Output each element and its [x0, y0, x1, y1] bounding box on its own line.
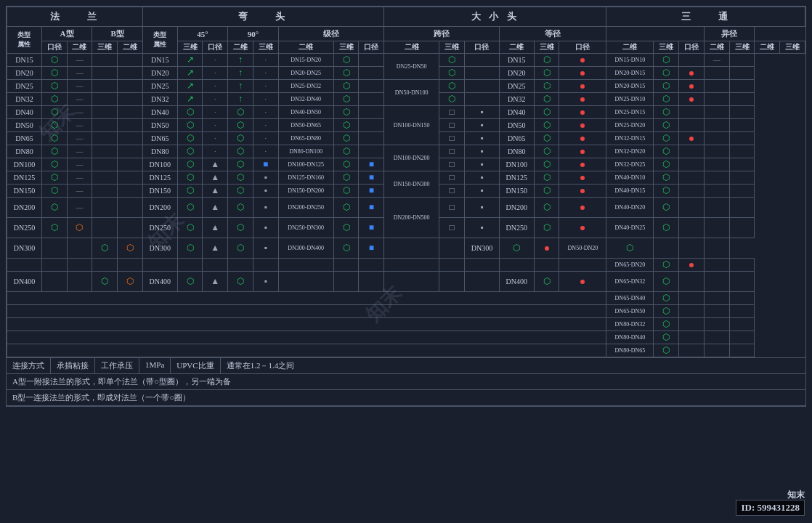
dn32-dn20-2d2	[704, 145, 729, 158]
dn40-dn25-2d: ⬡	[654, 218, 679, 238]
dn65-jijing-2d: ⬡	[333, 132, 359, 145]
row-dn125: DN125 ⬡ — DN125 ⬡ ▲ ⬡ ▪ DN125-DN160 ⬡ ■ …	[7, 171, 805, 185]
dn200-b-3d	[118, 198, 143, 218]
dn200-jijing-3d: ■	[359, 198, 384, 218]
dn65-b-2d	[92, 132, 118, 145]
dn80-b-2d	[92, 145, 118, 158]
k8-2d: □	[439, 145, 465, 158]
dn125-b-3d	[118, 171, 143, 185]
dn125-w-label: DN125	[142, 171, 177, 185]
dn65-b-3d	[118, 132, 143, 145]
dn32-d-3d	[559, 93, 606, 106]
dn20-jijing-2d: ⬡	[333, 67, 359, 80]
dn32-90-2d: ↑	[228, 93, 253, 106]
dn400-d-2d: ⬡	[534, 272, 559, 292]
dn20-45-3d: ·	[203, 67, 228, 80]
dn25-dn10-3d	[679, 93, 705, 106]
material-label: UPVC比重	[171, 358, 220, 373]
dn80-dn32-2d2	[704, 318, 729, 331]
dn25-jijing-3d	[359, 80, 384, 93]
dn25-a-3d: —	[67, 80, 92, 93]
dn65-jijing-3d	[359, 132, 384, 145]
empty6	[142, 259, 177, 272]
dn100-d-2d: ⬡	[534, 158, 559, 171]
dn50-a-2d: ⬡	[41, 119, 67, 132]
id-badge: ID: 599431228	[736, 500, 805, 516]
dn80-dn40-2d2	[704, 331, 729, 344]
dn20-45-2d: ↗	[177, 67, 203, 80]
dn40-dn25-2d2	[704, 218, 729, 238]
empty-left3	[7, 318, 606, 331]
dn150-d-label: DN150	[499, 185, 534, 198]
dn65-dn32-3d2	[729, 272, 755, 292]
dn40-dn15-2d: ⬡	[654, 185, 679, 198]
k13-2d: □	[439, 218, 465, 238]
dn32-b-2d	[92, 93, 118, 106]
empty2	[41, 259, 67, 272]
k8-3d: ▪	[465, 145, 500, 158]
dn32-jijing-2d: ⬡	[333, 93, 359, 106]
dn15-45-3d: ·	[203, 54, 228, 67]
dn25-d-2d: ⬡	[534, 80, 559, 93]
dn20-d-2d: ⬡	[534, 67, 559, 80]
dn100-jijing-3d: ■	[359, 158, 384, 171]
dn40-dn15-label: DN40-DN15	[606, 185, 654, 198]
dn32-d-label: DN32	[499, 93, 534, 106]
col-3d-1: 三维	[92, 41, 118, 54]
k2-2d: ⬡	[439, 67, 465, 80]
empty-left	[7, 292, 606, 305]
dn20-d-label: DN20	[499, 67, 534, 80]
empty11	[278, 259, 333, 272]
dn300-45-3d: ▲	[203, 238, 228, 259]
col-2d-4: 二维	[278, 41, 333, 54]
dn20-jijing-label: DN20-DN25	[278, 67, 333, 80]
col-koujing-6: 口径	[679, 41, 705, 54]
row-extra2: DN65-DN50 ⬡	[7, 305, 805, 318]
dn400-45-2d: ⬡	[177, 272, 203, 292]
dn50-dn20-2d: ⬡	[606, 238, 654, 259]
empty19	[559, 259, 606, 272]
dn400-w-label: DN400	[142, 272, 177, 292]
dn65-dn32-2d: ⬡	[654, 272, 679, 292]
dn100-90-3d: ■	[253, 158, 278, 171]
dn40-90-2d: ⬡	[228, 106, 253, 119]
dn250-label: DN250	[7, 218, 42, 238]
dn65-dn40-label: DN65-DN40	[606, 292, 654, 305]
k14-2d	[384, 238, 439, 259]
dn300-a-2d	[41, 238, 67, 259]
k12-2d: □	[439, 198, 465, 218]
dn80-a-3d: —	[67, 145, 92, 158]
dn80-a-2d: ⬡	[41, 145, 67, 158]
connection-label: 连接方式	[7, 358, 51, 373]
dn125-d-2d: ⬡	[534, 171, 559, 185]
dn300-90-3d: ▪	[253, 238, 278, 259]
empty10	[253, 259, 278, 272]
dn250-a-2d: ⬡	[41, 218, 67, 238]
dn250-b-3d	[118, 218, 143, 238]
dn125-b-2d	[92, 171, 118, 185]
dn150-label: DN150	[7, 185, 42, 198]
dn32-a-2d: ⬡	[41, 93, 67, 106]
dn20-jijing-3d	[359, 67, 384, 80]
dn200-45-2d: ⬡	[177, 198, 203, 218]
empty-k2	[439, 272, 465, 292]
dn65-dn32-2d2	[704, 272, 729, 292]
dn15-dn10-3d	[679, 54, 705, 67]
dn20-dn15b-label: DN20-DN15	[606, 80, 654, 93]
footer-note-b: B型一连接法兰的形式，即成对法兰（一个带○圈）	[7, 390, 805, 406]
dn125-d-label: DN125	[499, 171, 534, 185]
col-3d-4: 三维	[333, 41, 359, 54]
row-extra5: DN80-DN65 ⬡	[7, 344, 805, 357]
dn200-b-2d	[92, 198, 118, 218]
dn80-d-label: DN80	[499, 145, 534, 158]
dn25-dn50-label: DN25-DN50	[384, 54, 439, 80]
dn32-dn15-2d: ⬡	[654, 132, 679, 145]
k11-2d: □	[439, 185, 465, 198]
dn80-dn65-2d: ⬡	[654, 344, 679, 357]
dn100-90-2d: ⬡	[228, 158, 253, 171]
dn200-a-2d: ⬡	[41, 198, 67, 218]
falan-header: 法 兰	[7, 7, 143, 27]
dn65-d-2d: ⬡	[534, 132, 559, 145]
dn40-dn10-2d: ⬡	[654, 171, 679, 185]
dn65-45-3d: ·	[203, 132, 228, 145]
